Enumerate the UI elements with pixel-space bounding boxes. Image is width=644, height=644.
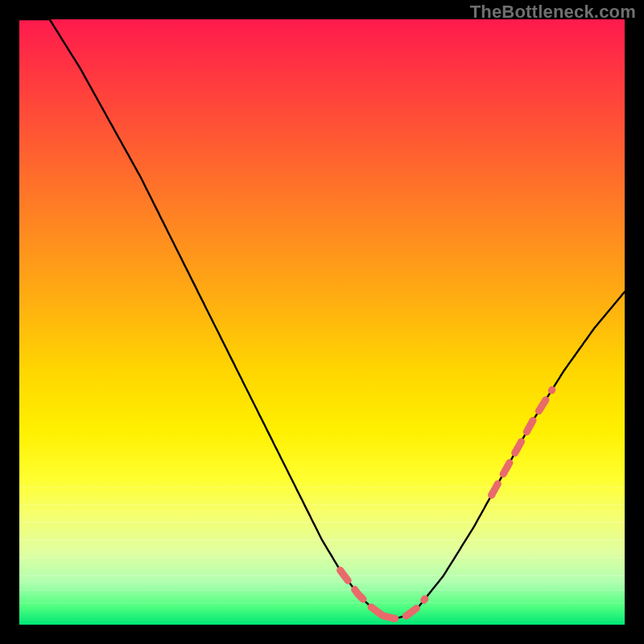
chart-frame [19,19,625,625]
highlight-dash-segment [382,599,425,618]
highlight-dashes [341,390,552,618]
bottleneck-curve-svg [19,19,625,625]
watermark-text: TheBottleneck.com [470,2,636,23]
plot-area [19,19,625,625]
highlight-dash-segment [341,570,383,615]
curve-line [19,19,625,619]
